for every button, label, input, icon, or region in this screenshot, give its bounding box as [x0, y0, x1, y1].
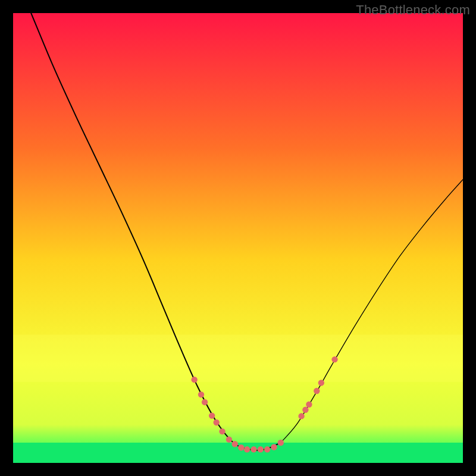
marker-dot	[264, 446, 270, 452]
gradient-background	[13, 13, 463, 463]
marker-dot	[191, 377, 197, 383]
watermark-text: TheBottleneck.com	[356, 2, 470, 18]
marker-dot	[302, 407, 308, 413]
marker-dot	[214, 419, 220, 425]
marker-dot	[318, 380, 324, 386]
marker-dot	[306, 402, 312, 408]
marker-dot	[238, 444, 244, 450]
marker-dot	[244, 446, 250, 452]
marker-dot	[258, 446, 264, 452]
marker-dot	[232, 441, 238, 447]
marker-dot	[271, 444, 277, 450]
wide-yellow-band	[13, 335, 463, 382]
marker-dot	[209, 412, 215, 418]
marker-dot	[298, 413, 304, 419]
marker-dot	[226, 436, 232, 442]
chart-frame	[13, 13, 463, 463]
marker-dot	[198, 392, 204, 397]
marker-dot	[250, 446, 256, 452]
bottleneck-curve-chart	[13, 13, 463, 463]
marker-dot	[314, 388, 320, 394]
marker-dot	[278, 440, 284, 446]
marker-dot	[219, 428, 225, 434]
marker-dot	[331, 356, 337, 362]
marker-dot	[202, 399, 208, 405]
